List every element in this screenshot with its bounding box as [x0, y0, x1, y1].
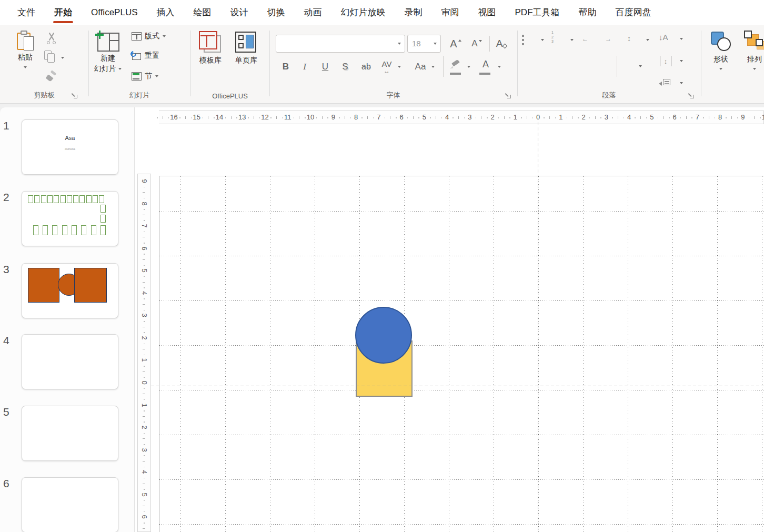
- change-case-button[interactable]: Aa: [410, 58, 430, 76]
- font-dialog-launcher[interactable]: [505, 93, 511, 98]
- text-direction-button[interactable]: ↓ A: [659, 33, 668, 42]
- slide-thumbnail-6[interactable]: [22, 477, 118, 532]
- section-icon: [132, 72, 142, 81]
- arrange-button[interactable]: 排列: [740, 31, 764, 70]
- menu-tab-1[interactable]: 开始: [45, 0, 82, 25]
- shapes-label: 形状: [713, 54, 728, 64]
- slide-shape-circle[interactable]: [355, 307, 412, 364]
- section-button[interactable]: 节: [132, 72, 158, 81]
- slide-thumbnail-3[interactable]: [22, 263, 118, 318]
- menu-tab-0[interactable]: 文件: [8, 0, 45, 25]
- smartart-chevron-icon[interactable]: [680, 82, 683, 84]
- menu-tab-2[interactable]: OfficePLUS: [82, 0, 147, 25]
- paragraph-dialog-launcher[interactable]: [688, 93, 694, 98]
- slide-number: 6: [3, 477, 16, 490]
- h-ruler-dot: [691, 117, 692, 118]
- convert-smartart-button[interactable]: [659, 78, 670, 87]
- menu-tab-14[interactable]: 百度网盘: [606, 0, 661, 25]
- copy-chevron-icon[interactable]: [61, 57, 64, 59]
- copy-button[interactable]: [44, 51, 57, 63]
- menu-tab-6[interactable]: 切换: [258, 0, 295, 25]
- text-direction-chevron-icon[interactable]: [680, 38, 683, 40]
- menu-tab-10[interactable]: 审阅: [432, 0, 469, 25]
- h-ruler-number: 14: [213, 111, 226, 124]
- menu-tab-5[interactable]: 设计: [221, 0, 258, 25]
- font-size-combobox[interactable]: 18: [407, 35, 441, 53]
- v-ruler-dot: [144, 254, 145, 255]
- strikethrough-button[interactable]: ab: [357, 58, 376, 76]
- font-color-chevron-icon[interactable]: [498, 66, 501, 68]
- new-slide-button[interactable]: 新建 幻灯片: [93, 31, 123, 74]
- grid-line-horizontal: [159, 256, 764, 256]
- h-ruler-dot: [646, 117, 647, 118]
- menu-tab-11[interactable]: 视图: [469, 0, 506, 25]
- menu-tab-9[interactable]: 录制: [395, 0, 432, 25]
- highlight-chevron-icon[interactable]: [467, 66, 470, 68]
- missing-glyph-box: [100, 205, 106, 213]
- case-chevron-icon[interactable]: [431, 66, 435, 68]
- menu-tab-7[interactable]: 动画: [295, 0, 331, 25]
- v-ruler-dot: [144, 298, 145, 299]
- horizontal-guide[interactable]: [151, 386, 764, 386]
- menu-tab-3[interactable]: 插入: [147, 0, 184, 25]
- format-painter-button[interactable]: [45, 71, 58, 83]
- shrink-font-button[interactable]: A: [467, 36, 486, 52]
- reset-label: 重置: [145, 51, 159, 61]
- grid-line-vertical: [717, 176, 718, 532]
- layout-button[interactable]: 版式: [132, 32, 166, 41]
- slide-thumbnail-1[interactable]: Asadsdfsdsa: [22, 119, 118, 175]
- highlight-color-button[interactable]: [448, 57, 464, 76]
- chevron-down-icon: [163, 35, 166, 37]
- spacing-chevron-icon[interactable]: [398, 66, 401, 68]
- v-ruler-dot: [144, 377, 145, 378]
- menu-tab-4[interactable]: 绘图: [184, 0, 221, 25]
- character-spacing-button[interactable]: AV ↔: [377, 57, 397, 77]
- h-ruler-number: 15: [190, 111, 203, 124]
- h-ruler-number: 9: [327, 111, 339, 124]
- shapes-button[interactable]: 形状: [706, 31, 736, 70]
- grid-line-vertical: [628, 176, 628, 532]
- h-ruler-dot: [555, 117, 556, 118]
- font-group-label: 字体: [269, 91, 517, 100]
- slide-thumbnail-5[interactable]: [22, 406, 118, 461]
- text-shadow-button[interactable]: S: [337, 58, 354, 76]
- h-ruler-number: 8: [714, 111, 727, 124]
- paste-button[interactable]: 粘贴: [12, 31, 39, 68]
- font-name-combobox[interactable]: [276, 35, 405, 53]
- v-ruler-dot: [144, 455, 145, 456]
- single-page-library-label: 单页库: [235, 55, 257, 65]
- clipboard-dialog-launcher[interactable]: [72, 93, 77, 98]
- chevron-down-icon: [24, 66, 27, 68]
- menu-tab-13[interactable]: 帮助: [569, 0, 606, 25]
- underline-button[interactable]: U: [317, 58, 334, 76]
- reset-button[interactable]: 重置: [130, 51, 159, 61]
- numbering-chevron-icon[interactable]: [570, 39, 574, 41]
- clear-formatting-button[interactable]: A: [492, 36, 510, 52]
- single-page-library-button[interactable]: 单页库: [229, 31, 263, 65]
- cut-button[interactable]: [45, 32, 58, 44]
- v-ruler-tick: [143, 416, 145, 417]
- slide-thumbnail-4[interactable]: [22, 334, 118, 389]
- align-text-chevron-icon[interactable]: [680, 60, 683, 62]
- align-text-button[interactable]: ↕: [660, 56, 671, 66]
- h-ruler-dot: [589, 117, 590, 118]
- line-spacing-chevron-icon[interactable]: [646, 39, 649, 41]
- menu-tab-8[interactable]: 幻灯片放映: [331, 0, 395, 25]
- direction-letter: A: [663, 33, 668, 42]
- font-color-button[interactable]: A: [478, 57, 494, 76]
- template-library-button[interactable]: 模板库: [194, 31, 227, 65]
- columns-chevron-icon[interactable]: [639, 65, 642, 67]
- v-ruler-dot: [144, 344, 145, 345]
- menu-tab-12[interactable]: PDF工具箱: [506, 0, 569, 25]
- h-ruler-number: 6: [395, 111, 408, 124]
- slide-thumbnail-2[interactable]: [22, 191, 118, 246]
- grow-font-button[interactable]: A: [446, 36, 465, 52]
- slide-editing-area[interactable]: [159, 176, 764, 532]
- bold-button[interactable]: B: [278, 58, 294, 76]
- h-ruler-number: 13: [236, 111, 248, 124]
- vertical-guide[interactable]: [538, 122, 538, 532]
- v-ruler-dot: [144, 399, 145, 400]
- h-ruler-dot: [418, 117, 419, 118]
- italic-button[interactable]: I: [297, 58, 313, 76]
- bullets-chevron-icon[interactable]: [541, 39, 544, 41]
